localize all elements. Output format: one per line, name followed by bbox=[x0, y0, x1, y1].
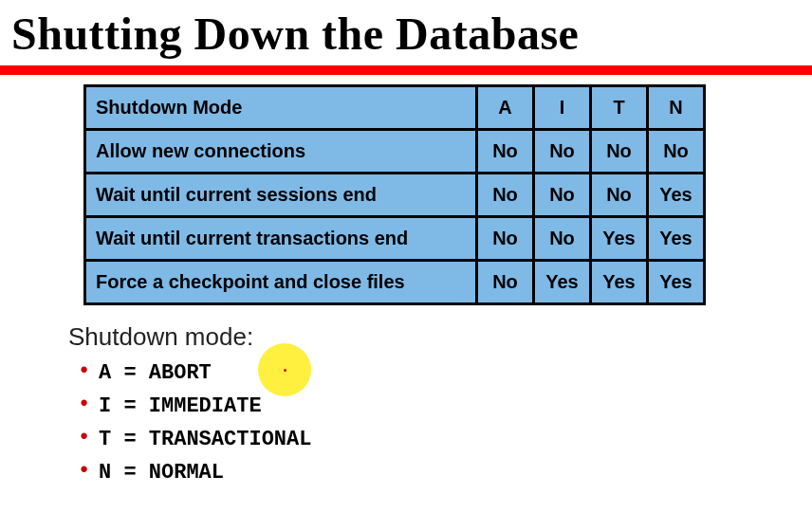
row-value: No bbox=[591, 174, 648, 217]
row-value: No bbox=[648, 130, 705, 174]
row-value: Yes bbox=[534, 261, 591, 304]
header-mode-n: N bbox=[648, 86, 705, 130]
title-underline bbox=[0, 65, 812, 75]
row-label: Wait until current transactions end bbox=[85, 217, 477, 261]
table-header-row: Shutdown Mode A I T N bbox=[85, 86, 705, 130]
table-row: Force a checkpoint and close files No Ye… bbox=[85, 261, 705, 304]
row-value: No bbox=[477, 130, 534, 174]
row-value: No bbox=[534, 130, 591, 174]
legend-item-immediate: I = IMMEDIATE bbox=[74, 394, 812, 418]
laser-pointer-icon bbox=[258, 343, 311, 396]
shutdown-table-container: Shutdown Mode A I T N Allow new connecti… bbox=[83, 84, 706, 305]
row-value: Yes bbox=[648, 174, 705, 217]
row-value: No bbox=[591, 130, 648, 174]
row-label: Wait until current sessions end bbox=[85, 174, 477, 217]
row-value: No bbox=[534, 217, 591, 261]
row-value: Yes bbox=[591, 217, 648, 261]
legend-title: Shutdown mode: bbox=[68, 322, 812, 352]
header-mode-i: I bbox=[534, 86, 591, 130]
row-label: Force a checkpoint and close files bbox=[85, 261, 477, 304]
legend-item-abort: A = ABORT bbox=[74, 361, 812, 385]
row-value: No bbox=[477, 174, 534, 217]
slide-title: Shutting Down the Database bbox=[11, 8, 812, 60]
legend-list: A = ABORT I = IMMEDIATE T = TRANSACTIONA… bbox=[74, 361, 812, 485]
header-label-cell: Shutdown Mode bbox=[85, 86, 477, 130]
row-value: No bbox=[477, 217, 534, 261]
legend-item-transactional: T = TRANSACTIONAL bbox=[74, 428, 812, 451]
row-label: Allow new connections bbox=[85, 130, 477, 174]
row-value: Yes bbox=[591, 261, 648, 304]
row-value: No bbox=[477, 261, 534, 304]
row-value: Yes bbox=[648, 261, 705, 304]
row-value: Yes bbox=[648, 217, 705, 261]
shutdown-table: Shutdown Mode A I T N Allow new connecti… bbox=[83, 84, 706, 305]
row-value: No bbox=[534, 174, 591, 217]
header-mode-t: T bbox=[591, 86, 648, 130]
header-mode-a: A bbox=[477, 86, 534, 130]
table-row: Wait until current transactions end No N… bbox=[85, 217, 705, 261]
legend-item-normal: N = NORMAL bbox=[74, 461, 812, 485]
table-row: Allow new connections No No No No bbox=[85, 130, 705, 174]
table-row: Wait until current sessions end No No No… bbox=[85, 174, 705, 217]
